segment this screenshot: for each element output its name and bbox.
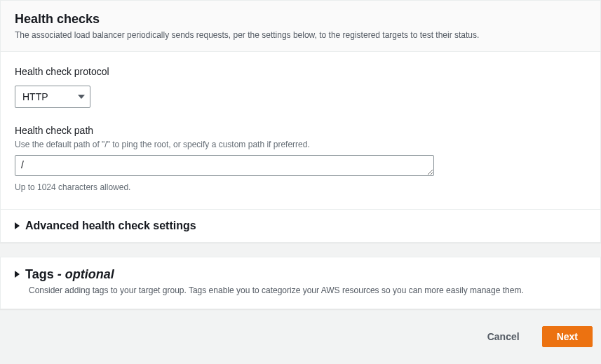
cancel-button[interactable]: Cancel <box>473 326 534 347</box>
tags-toggle[interactable]: Tags - optional <box>15 267 586 282</box>
caret-right-icon <box>15 222 20 229</box>
health-checks-panel: Health checks The associated load balanc… <box>0 0 601 243</box>
path-constraint: Up to 1024 characters allowed. <box>15 182 586 192</box>
health-checks-body: Health check protocol HTTP HTTPS Health … <box>1 52 600 209</box>
protocol-select[interactable]: HTTP HTTPS <box>15 86 90 108</box>
tags-title-prefix: Tags <box>25 267 54 281</box>
path-input[interactable] <box>15 155 434 176</box>
tags-title-suffix: - optional <box>58 267 114 281</box>
caret-right-icon <box>15 271 20 278</box>
tags-panel: Tags - optional Consider adding tags to … <box>0 257 601 310</box>
next-button[interactable]: Next <box>542 326 593 347</box>
protocol-select-wrap: HTTP HTTPS <box>15 86 90 108</box>
path-hint: Use the default path of "/" to ping the … <box>15 139 586 151</box>
health-checks-header: Health checks The associated load balanc… <box>1 1 600 52</box>
path-label: Health check path <box>15 125 586 136</box>
advanced-settings-title: Advanced health check settings <box>25 220 196 232</box>
footer-actions: Cancel Next <box>0 309 601 356</box>
path-field: Health check path Use the default path o… <box>15 125 586 192</box>
protocol-label: Health check protocol <box>15 66 586 77</box>
svg-marker-2 <box>15 271 20 278</box>
health-checks-title: Health checks <box>15 12 586 27</box>
tags-title: Tags - optional <box>25 267 114 282</box>
advanced-settings-toggle[interactable]: Advanced health check settings <box>1 209 600 242</box>
svg-marker-1 <box>15 222 20 229</box>
tags-description: Consider adding tags to your target grou… <box>29 285 586 297</box>
health-checks-description: The associated load balancer periodicall… <box>15 29 586 41</box>
protocol-field: Health check protocol HTTP HTTPS <box>15 66 586 108</box>
